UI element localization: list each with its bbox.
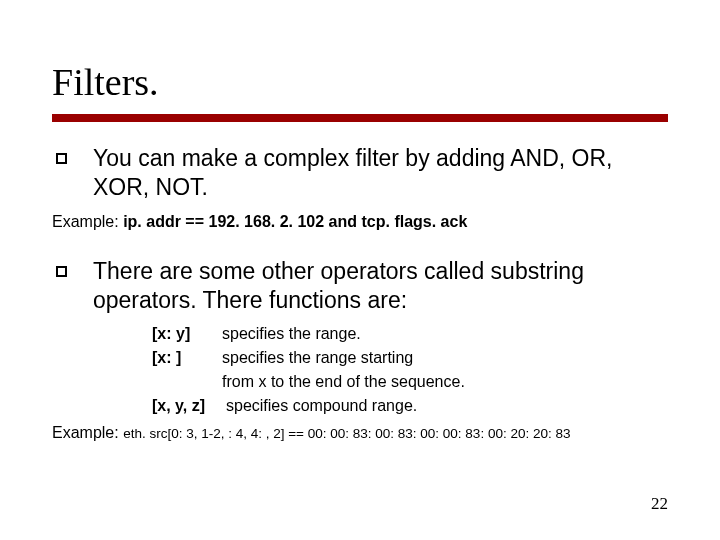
title-rule bbox=[52, 114, 668, 122]
operator-key: [x, y, z] bbox=[152, 394, 226, 418]
operator-key: [x: ] bbox=[152, 346, 222, 370]
operator-row: from x to the end of the sequence. bbox=[152, 370, 668, 394]
operator-desc: from x to the end of the sequence. bbox=[222, 370, 465, 394]
operator-list: [x: y] specifies the range. [x: ] specif… bbox=[152, 322, 668, 418]
slide: Filters. You can make a complex filter b… bbox=[0, 0, 720, 540]
operator-key bbox=[152, 370, 222, 394]
operator-key: [x: y] bbox=[152, 322, 222, 346]
operator-row: [x: y] specifies the range. bbox=[152, 322, 668, 346]
square-bullet-icon bbox=[56, 266, 67, 277]
operator-desc: specifies the range starting bbox=[222, 346, 413, 370]
page-number: 22 bbox=[651, 494, 668, 514]
bullet-item-1: You can make a complex filter by adding … bbox=[52, 144, 668, 203]
slide-title: Filters. bbox=[52, 60, 668, 104]
example-1-label: Example: bbox=[52, 213, 123, 230]
example-1: Example: ip. addr == 192. 168. 2. 102 an… bbox=[52, 213, 668, 231]
operator-desc: specifies compound range. bbox=[226, 394, 417, 418]
square-bullet-icon bbox=[56, 153, 67, 164]
bullet-text-1: You can make a complex filter by adding … bbox=[93, 144, 668, 203]
bullet-item-2: There are some other operators called su… bbox=[52, 257, 668, 316]
example-2-code: eth. src[0: 3, 1-2, : 4, 4: , 2] == 00: … bbox=[123, 426, 570, 441]
operator-row: [x, y, z] specifies compound range. bbox=[152, 394, 668, 418]
operator-desc: specifies the range. bbox=[222, 322, 361, 346]
operator-row: [x: ] specifies the range starting bbox=[152, 346, 668, 370]
bullet-text-2: There are some other operators called su… bbox=[93, 257, 668, 316]
example-1-code: ip. addr == 192. 168. 2. 102 and tcp. fl… bbox=[123, 213, 467, 230]
example-2-label: Example: bbox=[52, 424, 123, 441]
example-2: Example: eth. src[0: 3, 1-2, : 4, 4: , 2… bbox=[52, 424, 668, 442]
